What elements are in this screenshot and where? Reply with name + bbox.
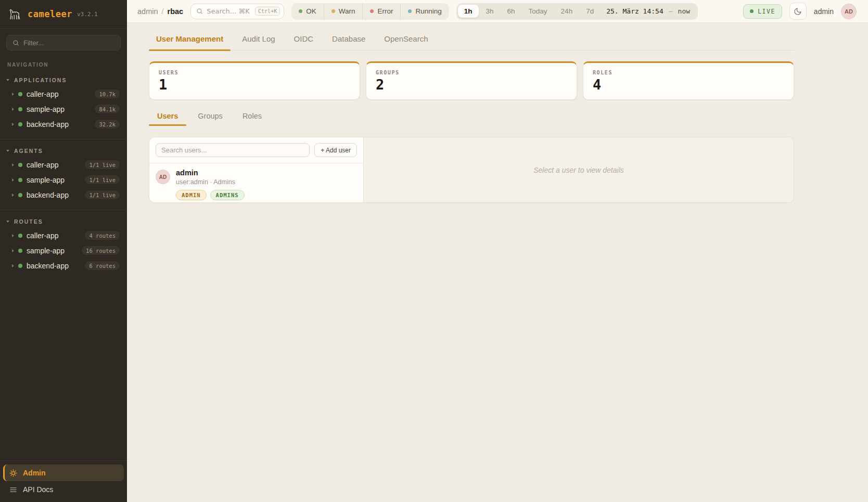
status-filter-label: Warn bbox=[339, 7, 355, 15]
error-dot-icon bbox=[370, 9, 374, 13]
user-badges: ADMIN ADMINS bbox=[176, 190, 245, 200]
count-badge: 1/1 live bbox=[85, 190, 120, 199]
user-avatar[interactable]: AD bbox=[841, 4, 857, 19]
stat-value: 4 bbox=[593, 78, 784, 92]
warn-dot-icon bbox=[331, 9, 335, 13]
subtab-roles[interactable]: Roles bbox=[234, 109, 270, 126]
user-name: admin bbox=[176, 169, 245, 177]
subtab-users[interactable]: Users bbox=[149, 109, 186, 126]
item-label: caller-app bbox=[27, 231, 81, 240]
user-subtitle: user:admin · Admins bbox=[176, 178, 245, 186]
content-area: User Management Audit Log OIDC Database … bbox=[127, 23, 868, 502]
time-start: 25. März 14:54 bbox=[606, 7, 663, 15]
time-range-today[interactable]: Today bbox=[522, 5, 554, 18]
user-list-item-admin[interactable]: AD admin user:admin · Admins ADMIN ADMIN… bbox=[149, 163, 363, 203]
sidebar-item-applications-caller-app[interactable]: caller-app 10.7k bbox=[0, 86, 127, 101]
tab-user-management[interactable]: User Management bbox=[149, 34, 231, 50]
live-dot-icon bbox=[750, 9, 754, 13]
time-range-24h[interactable]: 24h bbox=[555, 5, 579, 18]
sidebar-item-api-docs[interactable]: API Docs bbox=[3, 481, 124, 498]
count-badge: 32.2k bbox=[95, 120, 120, 128]
status-dot bbox=[18, 249, 22, 253]
add-user-button[interactable]: + Add user bbox=[314, 143, 357, 157]
item-label: caller-app bbox=[27, 161, 81, 169]
ok-dot-icon bbox=[299, 9, 302, 13]
search-shortcut-kbd: Ctrl+K bbox=[255, 7, 280, 16]
status-dot bbox=[18, 92, 22, 96]
chevron-down-icon bbox=[6, 79, 9, 81]
status-filter-label: OK bbox=[306, 7, 316, 15]
live-badge[interactable]: LIVE bbox=[743, 4, 782, 19]
running-dot-icon bbox=[408, 9, 412, 13]
sidebar-item-applications-sample-app[interactable]: sample-app 84.1k bbox=[0, 101, 127, 117]
filter-input[interactable] bbox=[23, 39, 116, 47]
stat-card-groups: GROUPS 2 bbox=[366, 61, 577, 100]
stats-row: USERS 1 GROUPS 2 ROLES 4 bbox=[149, 61, 794, 100]
status-dot bbox=[18, 264, 22, 268]
main-area: admin / rbac Ctrl+K OK Warn Error bbox=[127, 0, 868, 502]
sidebar-item-label: Admin bbox=[23, 469, 46, 477]
section-applications: APPLICATIONS caller-app 10.7k sample-app… bbox=[0, 69, 127, 139]
theme-toggle-button[interactable] bbox=[789, 3, 807, 20]
time-range-group: 1h 3h 6h Today 24h 7d 25. März 14:54 — n… bbox=[456, 3, 698, 20]
users-panel: + Add user AD admin user:admin · Admins … bbox=[149, 137, 794, 203]
chevron-right-icon bbox=[12, 178, 14, 182]
status-dot bbox=[18, 234, 22, 238]
status-filter-ok[interactable]: OK bbox=[291, 3, 324, 20]
app-version: v3.2.1 bbox=[77, 11, 98, 18]
time-range-7d[interactable]: 7d bbox=[580, 5, 600, 18]
section-header-agents[interactable]: AGENTS bbox=[0, 146, 127, 157]
chevron-down-icon bbox=[6, 221, 9, 223]
tab-audit-log[interactable]: Audit Log bbox=[235, 34, 282, 50]
search-input[interactable] bbox=[207, 7, 251, 15]
status-filter-warn[interactable]: Warn bbox=[324, 3, 363, 20]
section-label: ROUTES bbox=[14, 218, 43, 225]
status-filter-running[interactable]: Running bbox=[400, 3, 449, 20]
avatar: AD bbox=[156, 170, 170, 184]
sidebar-item-agents-sample-app[interactable]: sample-app 1/1 live bbox=[0, 172, 127, 187]
time-range-6h[interactable]: 6h bbox=[501, 5, 521, 18]
group-badge-admins: ADMINS bbox=[210, 190, 245, 200]
time-range-3h[interactable]: 3h bbox=[480, 5, 500, 18]
item-label: sample-app bbox=[27, 176, 81, 184]
chevron-right-icon bbox=[12, 108, 14, 111]
empty-state-text: Select a user to view details bbox=[533, 166, 624, 174]
sidebar-item-label: API Docs bbox=[23, 485, 53, 494]
sidebar-item-routes-sample-app[interactable]: sample-app 16 routes bbox=[0, 243, 127, 258]
global-search[interactable]: Ctrl+K bbox=[190, 4, 284, 19]
tab-opensearch[interactable]: OpenSearch bbox=[377, 34, 435, 50]
tab-oidc[interactable]: OIDC bbox=[287, 34, 321, 50]
section-header-applications[interactable]: APPLICATIONS bbox=[0, 75, 127, 86]
chevron-right-icon bbox=[12, 93, 14, 96]
count-badge: 4 routes bbox=[85, 231, 120, 240]
stat-value: 2 bbox=[376, 78, 567, 92]
user-search-input[interactable] bbox=[156, 143, 310, 157]
sidebar-filter[interactable] bbox=[6, 35, 121, 50]
chevron-right-icon bbox=[12, 264, 14, 267]
sidebar-item-admin[interactable]: Admin bbox=[3, 465, 124, 481]
user-list-toolbar: + Add user bbox=[149, 137, 363, 163]
sidebar-item-routes-backend-app[interactable]: backend-app 6 routes bbox=[0, 258, 127, 273]
stat-label: USERS bbox=[159, 70, 350, 75]
sidebar-item-agents-backend-app[interactable]: backend-app 1/1 live bbox=[0, 187, 127, 202]
user-list-column: + Add user AD admin user:admin · Admins … bbox=[149, 137, 364, 202]
sidebar-item-applications-backend-app[interactable]: backend-app 32.2k bbox=[0, 117, 127, 132]
item-label: caller-app bbox=[27, 90, 91, 98]
sidebar-item-routes-caller-app[interactable]: caller-app 4 routes bbox=[0, 228, 127, 243]
section-label: AGENTS bbox=[14, 148, 43, 154]
status-filter-label: Error bbox=[377, 7, 393, 15]
sidebar-item-agents-caller-app[interactable]: caller-app 1/1 live bbox=[0, 157, 127, 172]
chevron-down-icon bbox=[6, 150, 9, 152]
navigation-label: NAVIGATION bbox=[7, 62, 120, 68]
section-header-routes[interactable]: ROUTES bbox=[0, 217, 127, 228]
time-range-1h[interactable]: 1h bbox=[458, 5, 479, 18]
search-icon bbox=[11, 38, 20, 47]
breadcrumb-parent[interactable]: admin bbox=[137, 7, 158, 16]
tab-database[interactable]: Database bbox=[325, 34, 373, 50]
item-label: backend-app bbox=[27, 120, 91, 128]
admin-tabs: User Management Audit Log OIDC Database … bbox=[149, 23, 794, 50]
status-filter-error[interactable]: Error bbox=[362, 3, 400, 20]
subtab-groups[interactable]: Groups bbox=[189, 109, 231, 126]
logo-row: cameleer v3.2.1 bbox=[0, 0, 127, 29]
user-info: admin user:admin · Admins ADMIN ADMINS bbox=[176, 169, 245, 200]
